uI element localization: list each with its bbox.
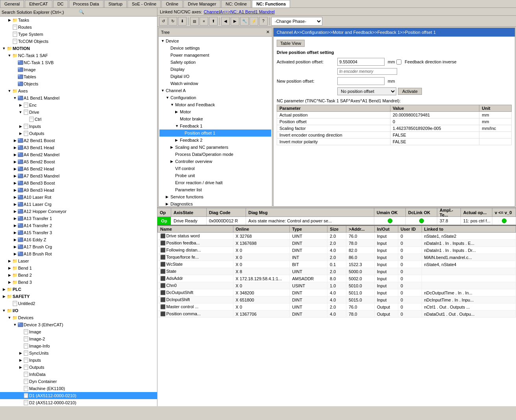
left-tree-item[interactable]: Routes [0,24,157,31]
expand-arrow[interactable]: ▶ [13,245,17,249]
toolbar-btn-1[interactable]: ↺ [159,17,168,26]
expand-arrow[interactable]: ▶ [13,238,17,242]
left-tree-item[interactable]: ▶A10 Laser Rot [0,194,157,201]
table-row[interactable]: ⬛AdsAddrX 172.18.129.58.4.1:1...AMSADDR8… [158,275,516,282]
left-tree-item[interactable]: ▼A1 Bend1 Mandrel [0,94,157,102]
tab-nc-online[interactable]: NC: Online [221,0,251,7]
nav-expand-arrow[interactable]: ▶ [175,110,180,114]
left-tree-item[interactable]: Untitled2 [0,300,157,307]
expand-arrow[interactable]: ▶ [13,188,17,192]
tree-panel-content[interactable]: ▼Device Device settings Power management… [159,37,272,206]
left-tree-item[interactable]: ▶A15 Transfer 3 [0,229,157,236]
nav-expand-arrow[interactable]: ▶ [170,159,175,163]
expand-arrow[interactable]: ▶ [7,273,12,277]
nav-tree-item[interactable]: ▼Device [159,37,271,44]
left-tree-item[interactable]: Ctrl [0,116,157,123]
toolbar-btn-table[interactable]: ▤ [190,17,199,26]
left-tree-item[interactable]: ▶A8 Bend3 Boost [0,179,157,187]
left-tree-item[interactable]: ▶📁PLC [0,286,157,293]
position-offset-dropdown[interactable]: No position offset [337,87,396,95]
left-tree-item[interactable]: ▶A14 Transfer 2 [0,222,157,229]
toolbar-btn-excl[interactable]: ⚡ [250,17,258,26]
tab-soe[interactable]: SoE - Online [128,0,161,7]
left-tree-item[interactable]: ▶A16 Eddy Z [0,236,157,243]
nav-tree-item[interactable]: ▶Service functions [159,193,271,200]
expand-arrow[interactable]: ▶ [7,266,12,270]
toolbar-btn-download[interactable]: ⬇ [178,17,187,26]
left-tree-item[interactable]: Machine (EK1100) [0,385,157,392]
left-tree-item[interactable]: ▶Outputs [0,364,157,371]
expand-arrow[interactable]: ▼ [7,54,12,57]
expand-arrow[interactable]: ▼ [13,96,17,100]
left-tree-item[interactable]: Image-Info [0,342,157,350]
table-row[interactable]: ⬛DcInputShiftX 651800DINT4.05015.0Input0… [158,296,516,303]
left-tree-item[interactable]: ▼📁NC-Task 1 SAF [0,52,157,59]
table-row[interactable]: ⬛Position feedba...X 1367698DINT2.078.0I… [158,240,516,247]
left-tree-item[interactable]: D1 (AX5112-0000-0210) [0,392,157,399]
nav-tree-item[interactable]: V/f control [159,165,271,172]
expand-arrow[interactable]: ▶ [2,287,6,291]
left-tree-item[interactable]: ▶A4 Bend2 Mandrel [0,151,157,158]
expand-arrow[interactable]: ▶ [18,103,23,107]
tab-dc[interactable]: DC [53,0,68,7]
tab-startup[interactable]: Startup [104,0,127,7]
activated-offset-input[interactable] [337,58,385,66]
expand-arrow[interactable]: ▶ [13,174,17,178]
nav-tree-item[interactable]: Error reaction / drive halt [159,179,271,186]
expand-arrow[interactable]: ▼ [2,46,6,50]
nav-tree-item[interactable]: Motor brake [159,115,271,122]
expand-arrow[interactable]: ▶ [13,139,17,142]
toolbar-btn-left[interactable]: ◀ [221,17,230,26]
tab-nc-functions[interactable]: NC: Functions [252,0,290,7]
nav-tree-item[interactable]: ▼Motor and Feedback [159,101,271,108]
left-tree-item[interactable]: ▶📁Bend 3 [0,279,157,286]
tab-ethercat[interactable]: EtherCAT [25,0,52,7]
expand-arrow[interactable]: ▶ [18,124,23,128]
expand-arrow[interactable]: ▶ [13,202,17,206]
expand-arrow[interactable]: ▶ [18,365,23,369]
left-tree-item[interactable]: ▶A13 Transfer 1 [0,215,157,222]
left-tree-item[interactable]: ▶📁SAFETY [0,293,157,300]
expand-arrow[interactable]: ▶ [7,18,12,22]
expand-arrow[interactable]: ▶ [13,209,17,213]
expand-arrow[interactable]: ▼ [2,309,6,313]
left-tree-item[interactable]: ▶Enc [0,102,157,109]
expand-arrow[interactable]: ▼ [18,110,23,114]
expand-arrow[interactable]: ▶ [13,224,17,228]
nav-tree-item[interactable]: ▶Scaling and NC parameters [159,144,271,151]
left-tree-item[interactable]: InfoData [0,371,157,378]
nav-expand-arrow[interactable]: ▼ [161,39,166,43]
expand-arrow[interactable]: ▶ [18,358,23,362]
nav-tree-item[interactable]: Watch window [159,80,271,87]
expand-arrow[interactable]: ▼ [7,316,12,320]
nav-tree-item[interactable]: Digital I/O [159,73,271,80]
toolbar-btn-2[interactable]: ↻ [168,17,177,26]
expand-arrow[interactable]: ▶ [13,153,17,157]
nav-tree-item[interactable]: ▼Configuration [159,94,271,101]
left-tree-item[interactable]: ▼📁MOTION [0,45,157,52]
param-table-row[interactable]: Actual position20.0009800179481mm [277,112,512,118]
left-tree-item[interactable]: ▶📁Laser [0,257,157,265]
left-tree-item[interactable]: Image-2 [0,335,157,342]
expand-arrow[interactable]: ▶ [13,146,17,150]
nav-tree-item[interactable]: Process Data/Operation mode [159,151,271,158]
expand-arrow[interactable]: ▶ [18,351,23,355]
left-tree-item[interactable]: Tables [0,73,157,80]
nav-expand-arrow[interactable]: ▼ [161,89,166,93]
nav-tree-item[interactable]: Position offset 1 [159,130,271,137]
table-row[interactable]: ⬛DcOutputShiftX 348200DINT4.05011.0Input… [158,289,516,296]
param-table-row[interactable]: Invert motor polarityFALSE [277,139,512,145]
tab-processdata[interactable]: Process Data [69,0,104,7]
nav-tree-item[interactable]: ▶Motor [159,108,271,115]
left-tree-item[interactable]: Image [0,328,157,335]
expand-arrow[interactable]: ▶ [18,131,23,135]
table-row[interactable]: ⬛Position comma...X 1367706DINT4.078.0Ou… [158,311,516,318]
table-row[interactable]: ⬛Chn0X 0USINT1.05010.0Input0 [158,282,516,289]
expand-arrow[interactable]: ▼ [13,323,17,327]
tab-online[interactable]: Online [161,0,183,7]
left-tree-item[interactable]: ▶A6 Bend2 Head [0,165,157,172]
expand-arrow[interactable]: ▶ [13,181,17,185]
left-tree-item[interactable]: ▶A11 Laser Crg [0,201,157,208]
left-tree-item[interactable]: ▶SyncUnits [0,350,157,357]
left-tree-item[interactable]: ▶📁Bend 1 [0,265,157,272]
